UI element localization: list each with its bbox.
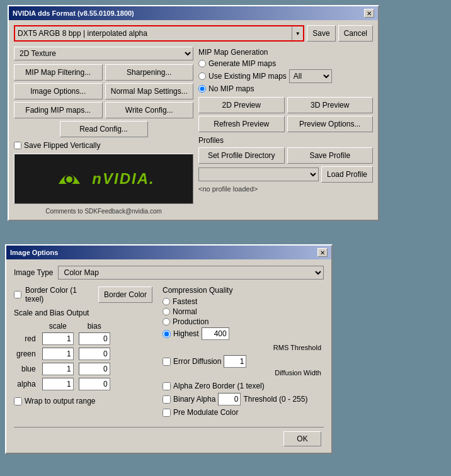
load-profile-button[interactable]: Load Profile	[321, 166, 373, 183]
border-color-label: Border Color (1 texel)	[25, 286, 94, 303]
fastest-radio[interactable]	[163, 298, 170, 305]
wrap-checkbox-row: Wrap to output range	[14, 397, 152, 405]
format-select[interactable]: DXT5 ARGB 8 bpp | interpolated alpha DXT…	[15, 29, 292, 38]
green-bias-input[interactable]	[79, 348, 110, 360]
format-dropdown-box: DXT5 ARGB 8 bpp | interpolated alpha DXT…	[14, 25, 304, 42]
error-diffusion-row: Error Diffusion	[163, 355, 324, 368]
green-channel-label: green	[14, 346, 40, 361]
use-existing-mip-radio[interactable]	[198, 72, 206, 80]
bias-col-header: bias	[76, 321, 113, 331]
image-type-row: Image Type Color Map Normal Map Height M…	[14, 266, 324, 280]
table-row: red	[14, 331, 113, 346]
highest-row: Highest	[163, 327, 324, 340]
sharpening-button[interactable]: Sharpening...	[105, 64, 194, 81]
threshold-label: Threshold (0 - 255)	[243, 395, 307, 404]
svg-point-2	[66, 176, 72, 183]
sdk-comment: Comments to SDKFeedback@nvidia.com	[14, 208, 193, 215]
production-radio[interactable]	[163, 318, 170, 326]
texture-type-select[interactable]: 2D Texture Cube Map Volume Texture	[14, 47, 193, 60]
profiles-header: Profiles	[198, 136, 373, 145]
format-dropdown-arrow[interactable]: ▼	[292, 26, 303, 40]
main-window: NVIDIA dds Format (v8.55.0109.1800) ✕ DX…	[8, 5, 379, 221]
profile-select[interactable]	[198, 167, 319, 181]
use-existing-mip-row: Use Existing MIP maps All Custom	[198, 69, 373, 83]
alpha-zero-checkbox[interactable]	[163, 382, 171, 390]
table-row: blue	[14, 361, 113, 377]
preview-2d-button[interactable]: 2D Preview	[198, 97, 285, 113]
image-opts-content: Image Type Color Map Normal Map Height M…	[6, 259, 331, 453]
normal-map-settings-button[interactable]: Normal Map Settings...	[105, 83, 194, 99]
refresh-preview-button[interactable]: Refresh Preview	[198, 116, 285, 132]
mip-gen-header: MIP Map Generation	[198, 48, 373, 57]
fading-mip-button[interactable]: Fading MIP maps...	[14, 102, 103, 118]
binary-alpha-row: Binary Alpha Threshold (0 - 255)	[163, 393, 324, 405]
image-options-window: Image Options ✕ Image Type Color Map Nor…	[5, 244, 333, 454]
right-opts-col: Compression Quality Fastest Normal Produ…	[163, 286, 324, 423]
main-window-title: NVIDIA dds Format (v8.55.0109.1800)	[13, 9, 134, 17]
alpha-channel-label: alpha	[14, 377, 40, 392]
border-color-checkbox[interactable]	[14, 291, 21, 298]
highest-label: Highest	[173, 329, 199, 338]
image-opts-title: Image Options	[10, 249, 58, 256]
cancel-button[interactable]: Cancel	[338, 25, 373, 42]
alpha-scale-input[interactable]	[42, 378, 74, 390]
binary-alpha-checkbox[interactable]	[163, 395, 171, 404]
pre-modulate-row: Pre Modulate Color	[163, 408, 324, 417]
pre-modulate-checkbox[interactable]	[163, 409, 171, 417]
main-close-button[interactable]: ✕	[364, 9, 374, 18]
mip-gen-radio-group: Generate MIP maps Use Existing MIP maps …	[198, 59, 373, 93]
profile-btn-row: Set Profile Directory Save Profile	[198, 147, 373, 164]
save-flipped-checkbox[interactable]	[14, 142, 21, 149]
preview-row-2: Refresh Preview Preview Options...	[198, 116, 373, 132]
read-config-button[interactable]: Read Config...	[60, 121, 148, 137]
image-options-button[interactable]: Image Options...	[14, 83, 103, 99]
image-opts-close-button[interactable]: ✕	[317, 248, 328, 257]
btn-row-3: Fading MIP maps... Write Config...	[14, 102, 193, 118]
main-title-bar: NVIDIA dds Format (v8.55.0109.1800) ✕	[9, 6, 378, 20]
error-diffusion-checkbox[interactable]	[163, 358, 171, 366]
blue-channel-label: blue	[14, 361, 40, 377]
wrap-output-checkbox[interactable]	[14, 397, 22, 405]
mip-filter-button[interactable]: MIP Map Filtering...	[14, 64, 103, 81]
border-color-button[interactable]: Border Color	[98, 286, 152, 303]
save-flipped-label: Save Flipped Vertically	[24, 141, 100, 150]
generate-mip-row: Generate MIP maps	[198, 59, 373, 68]
rms-label: RMS Threshold	[163, 344, 324, 351]
main-columns: 2D Texture Cube Map Volume Texture MIP M…	[14, 47, 373, 215]
normal-row: Normal	[163, 307, 324, 316]
set-profile-dir-button[interactable]: Set Profile Directory	[198, 147, 285, 164]
highest-radio[interactable]	[163, 330, 171, 338]
green-scale-input[interactable]	[42, 348, 74, 360]
preview-options-button[interactable]: Preview Options...	[287, 116, 374, 132]
blue-scale-input[interactable]	[42, 363, 74, 375]
compression-quality-group: Fastest Normal Production Highest	[163, 297, 324, 340]
write-config-button[interactable]: Write Config...	[105, 102, 194, 118]
image-type-label: Image Type	[14, 268, 53, 277]
red-bias-input[interactable]	[79, 332, 110, 345]
alpha-zero-label: Alpha Zero Border (1 texel)	[173, 382, 265, 390]
binary-alpha-value-input[interactable]	[218, 393, 241, 405]
right-column: MIP Map Generation Generate MIP maps Use…	[198, 47, 373, 215]
scale-col-header: scale	[40, 321, 76, 331]
fastest-label: Fastest	[173, 297, 197, 306]
save-button[interactable]: Save	[307, 25, 335, 42]
image-type-select[interactable]: Color Map Normal Map Height Map Gloss Ma…	[58, 266, 324, 280]
ok-button[interactable]: OK	[283, 431, 321, 446]
mip-all-select[interactable]: All Custom	[289, 69, 332, 83]
generate-mip-radio[interactable]	[198, 60, 206, 67]
alpha-zero-row: Alpha Zero Border (1 texel)	[163, 382, 324, 390]
highest-value-input[interactable]	[202, 327, 229, 340]
normal-radio[interactable]	[163, 308, 170, 315]
no-mip-radio[interactable]	[198, 85, 206, 93]
image-opts-title-bar: Image Options ✕	[6, 246, 331, 259]
nvidia-eye-icon	[52, 162, 87, 196]
compression-quality-header: Compression Quality	[163, 286, 324, 295]
blue-bias-input[interactable]	[79, 363, 110, 375]
red-scale-input[interactable]	[42, 332, 74, 345]
save-profile-button[interactable]: Save Profile	[287, 147, 374, 164]
diffusion-width-input[interactable]	[224, 355, 246, 368]
alpha-bias-input[interactable]	[79, 378, 110, 390]
nvidia-text-label: nVIDIA.	[92, 170, 154, 188]
normal-label: Normal	[173, 307, 197, 316]
preview-3d-button[interactable]: 3D Preview	[287, 97, 374, 113]
